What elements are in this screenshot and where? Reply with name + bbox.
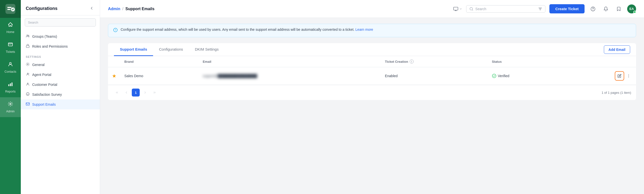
svg-point-11 [28, 35, 29, 36]
sidebar-search-input[interactable] [25, 18, 96, 27]
svg-point-16 [26, 93, 29, 96]
col-header-brand: Brand [120, 56, 199, 67]
sidebar-header: Configurations [21, 0, 100, 15]
more-options-button[interactable] [625, 72, 632, 79]
brand-cell: Sales Demo [120, 67, 199, 85]
sidebar-item-general[interactable]: General [21, 60, 100, 70]
sidebar-item-support-emails[interactable]: Support Emails [21, 99, 100, 109]
svg-rect-8 [12, 83, 13, 86]
tab-dkim[interactable]: DKIM Settings [189, 43, 225, 56]
sidebar-item-general-label: General [32, 63, 44, 67]
status-cell: Verified [488, 67, 562, 85]
sidebar-nav: Groups (Teams) Roles and Permissions SET… [21, 30, 100, 194]
svg-rect-7 [10, 83, 11, 86]
create-ticket-button[interactable]: Create Ticket [550, 4, 584, 14]
nav-item-tickets[interactable]: Tickets [0, 38, 21, 58]
col-header-star [108, 56, 120, 67]
tab-configurations[interactable]: Configurations [153, 43, 189, 56]
email-cell: support@████████████████ [199, 67, 381, 85]
tabs: Support Emails Configurations DKIM Setti… [114, 43, 225, 56]
topbar-actions: EA [588, 5, 636, 14]
svg-point-18 [28, 94, 28, 94]
col-header-ticket-creation: Ticket Creation i [381, 56, 488, 67]
search-bar-icon [470, 7, 473, 11]
sidebar-item-groups-label: Groups (Teams) [32, 35, 57, 39]
svg-point-4 [10, 44, 11, 45]
sidebar-item-satisfaction[interactable]: Satisfaction Survey [21, 90, 100, 99]
nav-item-admin[interactable]: Admin [0, 97, 21, 117]
learn-more-link[interactable]: Learn more [356, 28, 373, 32]
sidebar-item-customer-portal[interactable]: Customer Portal [21, 80, 100, 90]
pagination-first-btn[interactable] [113, 89, 121, 97]
svg-point-25 [492, 74, 496, 78]
tickets-icon [8, 42, 13, 49]
nav-item-contacts[interactable]: Contacts [0, 58, 21, 77]
star-icon[interactable]: ★ [112, 73, 116, 79]
filter-icon[interactable] [538, 7, 542, 11]
col-header-status: Status [488, 56, 562, 67]
general-icon [26, 62, 30, 67]
svg-point-27 [628, 76, 629, 76]
actions-cell [562, 67, 636, 85]
bookmarks-button[interactable] [614, 5, 623, 14]
breadcrumb: Admin / Support Emails [108, 7, 154, 11]
add-email-button[interactable]: Add Email [604, 45, 630, 54]
svg-point-17 [27, 94, 27, 94]
email-table-container: Brand Email Ticket Creation i Status [108, 56, 636, 100]
pagination-last-btn[interactable] [150, 89, 158, 97]
tabs-table-wrapper: Support Emails Configurations DKIM Setti… [108, 43, 636, 100]
ticket-creation-info-icon[interactable]: i [410, 60, 414, 64]
svg-point-26 [628, 74, 629, 75]
nav-item-reports-label: Reports [5, 90, 16, 93]
notifications-button[interactable] [602, 5, 610, 14]
breadcrumb-current: Support Emails [125, 7, 154, 11]
svg-point-13 [27, 64, 28, 65]
sidebar-item-support-emails-label: Support Emails [32, 102, 56, 106]
sidebar-item-roles[interactable]: Roles and Permissions [21, 42, 100, 51]
status-verified: Verified [492, 74, 558, 78]
svg-point-14 [27, 73, 28, 74]
screen-selector[interactable] [453, 7, 462, 11]
sidebar-item-customer-portal-label: Customer Portal [32, 83, 57, 87]
sidebar-item-groups[interactable]: Groups (Teams) [21, 32, 100, 42]
ticket-creation-cell: Enabled [381, 67, 488, 85]
sidebar-search [21, 15, 100, 30]
avatar-initials: EA [630, 7, 634, 11]
sidebar-collapse-btn[interactable] [88, 5, 95, 12]
info-banner-text: Configure the support email address, whi… [121, 28, 373, 32]
groups-icon [26, 34, 30, 39]
topbar: Admin / Support Emails Create Ticket [100, 0, 644, 18]
satisfaction-icon [26, 92, 30, 97]
page-content: Configure the support email address, whi… [100, 18, 644, 194]
nav-item-home[interactable]: Home [0, 18, 21, 38]
topbar-right: Create Ticket EA [453, 4, 636, 14]
contacts-icon [8, 62, 13, 69]
svg-point-9 [10, 103, 11, 105]
admin-icon [8, 101, 13, 108]
main-content: Admin / Support Emails Create Ticket [100, 0, 644, 194]
svg-rect-20 [454, 7, 458, 10]
pagination-prev-btn[interactable] [122, 89, 130, 97]
table-row: ★ Sales Demo support@████████████████ En… [108, 67, 636, 85]
nav-item-reports[interactable]: Reports [0, 77, 21, 97]
svg-point-5 [10, 63, 11, 64]
avatar[interactable]: EA [627, 5, 636, 14]
app-logo [0, 0, 21, 18]
search-input[interactable] [475, 7, 536, 11]
info-icon [113, 28, 118, 34]
sidebar-item-agent-portal[interactable]: Agent Portal [21, 70, 100, 80]
col-header-email: Email [199, 56, 381, 67]
roles-icon [26, 44, 30, 49]
pagination-page-1-btn[interactable]: 1 [132, 89, 140, 97]
nav-item-contacts-label: Contacts [4, 70, 16, 73]
help-button[interactable] [588, 5, 598, 14]
sidebar-item-agent-portal-label: Agent Portal [32, 73, 51, 77]
breadcrumb-admin[interactable]: Admin [108, 7, 120, 11]
pagination-next-btn[interactable] [141, 89, 149, 97]
svg-point-23 [593, 10, 593, 10]
page-info: 1 of 1 pages (1 item) [602, 91, 631, 95]
pagination-bar: 1 1 of 1 pages (1 item) [108, 85, 636, 100]
customer-portal-icon [26, 82, 30, 87]
tab-support-emails[interactable]: Support Emails [114, 43, 153, 56]
edit-button[interactable] [615, 71, 624, 81]
